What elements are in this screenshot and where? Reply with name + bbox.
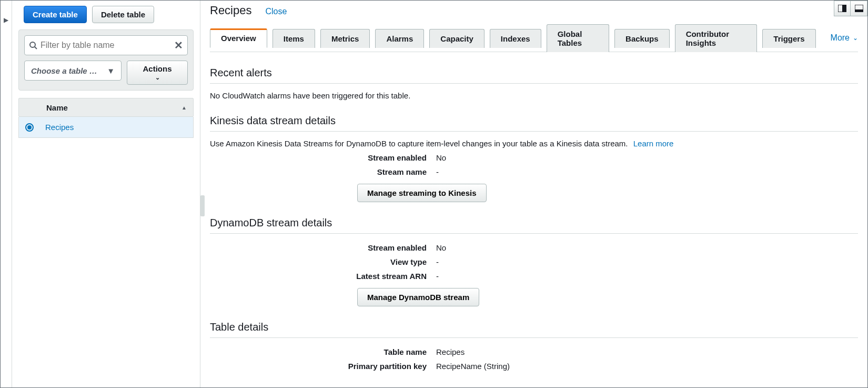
kinesis-desc: Use Amazon Kinesis Data Streams for Dyna… bbox=[210, 139, 858, 148]
chevron-down-icon: ⌄ bbox=[155, 74, 160, 81]
tabs: Overview Items Metrics Alarms Capacity I… bbox=[210, 24, 858, 52]
section-title: Table details bbox=[210, 321, 858, 338]
kv-value: RecipeName (String) bbox=[436, 362, 858, 371]
expand-nav-icon: ▶ bbox=[4, 16, 8, 24]
kv-value: No bbox=[436, 243, 858, 252]
sort-asc-icon: ▲ bbox=[181, 105, 187, 111]
tab-overview[interactable]: Overview bbox=[210, 28, 267, 48]
kv-key: Primary partition key bbox=[210, 362, 436, 371]
page-title: Recipes bbox=[210, 4, 251, 17]
delete-table-button[interactable]: Delete table bbox=[92, 6, 154, 23]
close-link[interactable]: Close bbox=[265, 7, 287, 16]
search-icon bbox=[29, 41, 37, 49]
table-group-select[interactable]: Choose a table … ▼ bbox=[24, 61, 122, 81]
tab-backups[interactable]: Backups bbox=[614, 29, 670, 48]
kv-value: - bbox=[436, 167, 858, 176]
kv-key: Table name bbox=[210, 347, 436, 356]
nav-collapse-gutter[interactable]: ▶ bbox=[1, 1, 12, 387]
section-ddb-stream: DynamoDB stream details Stream enabledNo… bbox=[210, 217, 858, 306]
clear-filter-icon[interactable]: ✕ bbox=[174, 39, 183, 52]
tab-alarms[interactable]: Alarms bbox=[375, 29, 424, 48]
sidebar: Create table Delete table ✕ Choose a tab… bbox=[12, 1, 200, 387]
kv-key: Stream name bbox=[210, 167, 436, 176]
svg-point-0 bbox=[30, 42, 35, 47]
tab-triggers[interactable]: Triggers bbox=[762, 29, 815, 48]
kv-key: Stream enabled bbox=[210, 153, 436, 162]
tab-global-tables[interactable]: Global Tables bbox=[547, 24, 609, 52]
table-row[interactable]: Recipes bbox=[18, 117, 194, 138]
tab-items[interactable]: Items bbox=[272, 29, 315, 48]
kv-value: Recipes bbox=[436, 347, 858, 356]
actions-button[interactable]: Actions ⌄ bbox=[127, 61, 188, 85]
row-radio-selected[interactable] bbox=[25, 123, 34, 132]
kv-value: No bbox=[436, 153, 858, 162]
svg-line-1 bbox=[35, 47, 37, 49]
tab-capacity[interactable]: Capacity bbox=[429, 29, 485, 48]
table-list-header[interactable]: Name ▲ bbox=[18, 98, 194, 117]
chevron-down-icon: ⌄ bbox=[853, 34, 858, 42]
svg-rect-5 bbox=[855, 9, 863, 12]
section-recent-alerts: Recent alerts No CloudWatch alarms have … bbox=[210, 67, 858, 100]
more-tabs-link[interactable]: More ⌄ bbox=[831, 33, 858, 43]
tab-indexes[interactable]: Indexes bbox=[490, 29, 541, 48]
section-title: Recent alerts bbox=[210, 67, 858, 84]
tab-metrics[interactable]: Metrics bbox=[320, 29, 370, 48]
chevron-down-icon: ▼ bbox=[107, 66, 115, 75]
kv-key: Latest stream ARN bbox=[210, 272, 436, 281]
actions-label: Actions bbox=[143, 64, 171, 73]
filter-input[interactable] bbox=[37, 41, 174, 50]
filter-input-wrap[interactable]: ✕ bbox=[24, 35, 188, 55]
table-name-link[interactable]: Recipes bbox=[45, 123, 74, 132]
section-kinesis: Kinesis data stream details Use Amazon K… bbox=[210, 115, 858, 202]
split-handle[interactable] bbox=[200, 195, 205, 216]
table-group-placeholder: Choose a table … bbox=[31, 66, 97, 75]
learn-more-link[interactable]: Learn more bbox=[633, 139, 674, 148]
kv-value: - bbox=[436, 272, 858, 281]
kinesis-desc-text: Use Amazon Kinesis Data Streams for Dyna… bbox=[210, 139, 628, 148]
panel-maximize-button[interactable] bbox=[851, 1, 867, 16]
name-column-header: Name bbox=[25, 103, 68, 112]
section-title: Kinesis data stream details bbox=[210, 115, 858, 132]
more-label: More bbox=[831, 33, 850, 43]
section-title: DynamoDB stream details bbox=[210, 217, 858, 234]
kv-value: - bbox=[436, 257, 858, 266]
section-table-details: Table details Table nameRecipes Primary … bbox=[210, 321, 858, 371]
svg-rect-3 bbox=[842, 5, 846, 12]
kv-key: Stream enabled bbox=[210, 243, 436, 252]
recent-alerts-text: No CloudWatch alarms have been triggered… bbox=[210, 91, 858, 100]
main-panel: Recipes Close Overview Items Metrics Ala… bbox=[200, 1, 867, 387]
manage-kinesis-button[interactable]: Manage streaming to Kinesis bbox=[357, 184, 487, 202]
create-table-button[interactable]: Create table bbox=[24, 6, 87, 23]
tab-contributor-insights[interactable]: Contributor Insights bbox=[675, 24, 758, 52]
kv-key: View type bbox=[210, 257, 436, 266]
manage-ddb-stream-button[interactable]: Manage DynamoDB stream bbox=[357, 288, 479, 306]
panel-layout-button[interactable] bbox=[834, 1, 851, 16]
